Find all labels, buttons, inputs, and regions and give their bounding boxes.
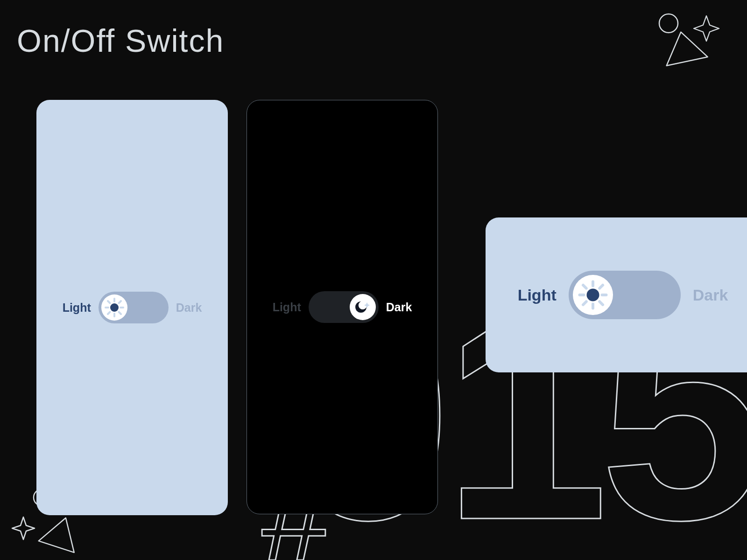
toggle-knob <box>573 275 613 315</box>
light-label: Light <box>518 286 557 304</box>
theme-toggle[interactable] <box>309 291 379 323</box>
svg-line-5 <box>119 312 121 315</box>
svg-line-13 <box>583 285 586 288</box>
dark-label: Dark <box>386 301 412 314</box>
theme-switch-row: Light Dark <box>247 291 437 323</box>
svg-line-14 <box>599 301 603 305</box>
toggle-knob <box>101 294 127 321</box>
svg-line-4 <box>108 301 110 303</box>
sun-icon <box>578 280 608 310</box>
toggle-knob <box>350 294 376 320</box>
svg-point-17 <box>586 289 599 301</box>
triangle-icon <box>39 512 84 553</box>
light-label: Light <box>63 301 91 315</box>
circle-icon <box>659 14 678 33</box>
preview-card-light-phone: Light Dark <box>36 100 228 515</box>
page-title: On/Off Switch <box>17 22 224 59</box>
preview-card-wide: Light Dark <box>486 217 747 372</box>
svg-line-16 <box>599 285 603 288</box>
svg-line-7 <box>119 301 121 303</box>
decorative-shapes-top <box>640 9 733 75</box>
triangle-icon <box>660 28 707 65</box>
theme-toggle[interactable] <box>99 292 169 323</box>
sparkle-icon <box>12 517 35 539</box>
dark-label: Dark <box>693 286 728 304</box>
dark-label: Dark <box>176 301 202 315</box>
svg-line-15 <box>583 301 586 305</box>
theme-switch-row: Light Dark <box>36 292 228 323</box>
sun-icon <box>104 297 125 318</box>
sparkle-icon <box>364 302 370 308</box>
theme-switch-row: Light Dark <box>486 271 747 319</box>
light-label: Light <box>273 301 301 314</box>
svg-point-8 <box>110 303 119 312</box>
preview-card-dark-phone: Light Dark <box>247 100 438 514</box>
theme-toggle[interactable] <box>569 271 681 319</box>
sparkle-icon <box>694 16 719 41</box>
moon-icon <box>352 297 373 317</box>
svg-line-6 <box>108 312 110 315</box>
